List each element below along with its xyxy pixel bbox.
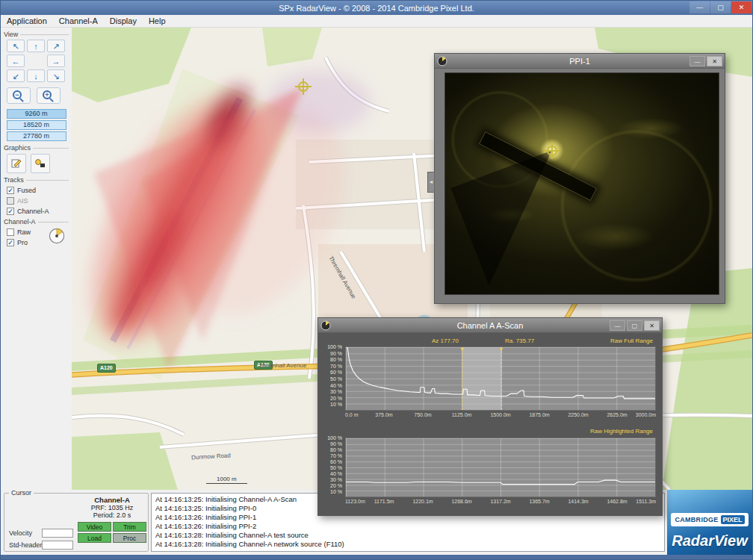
ppi-display[interactable] [444,72,719,295]
graphics-group-label: Graphics [4,144,69,152]
menu-application[interactable]: Application [1,16,53,26]
pan-down-button[interactable]: ↓ [27,69,45,82]
pan-up-left-button[interactable]: ↖ [7,40,25,52]
radar-position-marker-icon [298,81,309,92]
track-toggle-channel-a[interactable]: ✓ Channel-A [7,208,72,215]
menu-bar: Application Channel-A Display Help [1,15,752,28]
tick-label: 1123.0m [345,499,365,504]
pan-controls: ↖ ↑ ↗ ← → ↙ ↓ ↘ [7,40,72,82]
zoom-controls: − + [7,87,72,104]
channel-status-proc[interactable]: Proc [113,533,146,543]
ppi-collapse-handle[interactable]: ◄ [427,172,435,193]
channel-prf: PRF: 1035 Hz [76,504,148,511]
graphics-shapes-button[interactable] [31,154,50,173]
zoom-out-button[interactable]: − [7,87,31,104]
ascan-titlebar[interactable]: Channel A A-Scan — ▢ ✕ [318,318,662,333]
brand-company-text: CAMBRIDGE [675,516,718,523]
pan-down-right-button[interactable]: ↘ [47,69,65,82]
close-button[interactable]: ✕ [731,1,752,13]
std-header-label: Std-header [9,541,43,549]
ppi-minimize-button[interactable]: — [690,56,705,66]
ascan-azimuth-readout: Az 177.70 [393,337,459,345]
tick-label: 30 % [318,477,342,482]
ascan-minimize-button[interactable]: — [610,320,625,331]
tick-label: 90 % [318,441,342,447]
channel-a-checkbox[interactable]: ✓ [7,208,14,215]
pan-down-left-button[interactable]: ↙ [7,69,25,82]
window-controls: — ▢ ✕ [689,1,752,13]
pan-right-button[interactable]: → [47,55,65,67]
tick-label: 1125.0m [452,412,472,417]
tick-label: 100 % [318,344,342,349]
pan-left-button[interactable]: ← [7,55,25,67]
channel-group-label: Channel-A [4,218,69,225]
tick-label: 60 % [318,459,342,464]
pro-checkbox[interactable]: ✓ [7,239,14,246]
fused-checkbox[interactable]: ✓ [7,187,14,194]
menu-help[interactable]: Help [143,16,172,26]
tick-label: 750.0m [414,412,431,417]
cursor-panel-label: Cursor [9,489,34,497]
ascan-bottom-plot[interactable] [345,438,656,497]
tick-label: 1268.6m [451,499,471,504]
pan-up-button[interactable]: ↑ [27,40,45,52]
tick-label: 30 % [318,389,342,394]
radar-antenna-icon [48,227,66,246]
range-scale-2[interactable]: 18520 m [7,120,66,130]
raw-checkbox[interactable] [7,228,14,236]
log-line: At 14:16:13:28: Initialising Channel-A t… [155,531,660,540]
minimize-button[interactable]: — [690,1,710,13]
tick-label: 70 % [318,364,342,369]
ascan-top-x-axis: 0.0 m375.0m750.0m1125.0m1500.0m1875.0m22… [345,412,656,420]
ascan-maximize-button[interactable]: ▢ [627,320,642,331]
ais-checkbox[interactable] [7,197,14,205]
window-bottom-border [1,555,753,560]
tick-label: 10 % [318,489,342,494]
tick-label: 40 % [318,382,342,388]
app-window: SPx RadarView - © 2008 - 2014 Cambridge … [0,0,753,560]
channel-info-panel: Channel-A PRF: 1035 Hz Period: 2.0 s Vid… [76,495,148,543]
ppi-window-icon [437,56,447,68]
range-scale-3[interactable]: 27780 m [7,131,66,141]
range-scale-1[interactable]: 9260 m [7,109,66,119]
channel-status-cells: VideoTrimLoadProc [78,522,148,543]
ascan-top-plot[interactable]: ▼ ▼ [345,346,656,411]
ascan-top-chart-title: Raw Full Range [610,337,653,345]
zoom-out-icon: − [13,90,22,99]
ascan-window-icon [320,320,331,332]
ascan-top-trace [346,347,655,410]
channel-a-label: Channel-A [17,208,49,215]
channel-status-video[interactable]: Video [78,522,111,532]
tick-label: 80 % [318,447,342,452]
track-toggle-ais[interactable]: AIS [7,197,72,205]
tick-label: 1414.3m [568,499,588,504]
channel-status-trim[interactable]: Trim [113,522,146,532]
tick-label: 50 % [318,376,342,382]
tick-label: 1462.8m [607,499,627,504]
zoom-in-button[interactable]: + [37,87,61,104]
ascan-close-button[interactable]: ✕ [644,320,660,331]
track-toggle-fused[interactable]: ✓ Fused [7,187,72,194]
maximize-button[interactable]: ▢ [710,1,731,13]
menu-display[interactable]: Display [104,16,143,26]
ascan-range-readout: Ra. 735.77 [505,337,572,345]
log-line: At 14:16:13:28: Initialising Channel-A n… [155,540,660,549]
ascan-bottom-trace [346,438,655,497]
channel-period: Period: 2.0 s [76,511,148,519]
cursor-panel: Cursor Velocity Std-header Channel-A PRF… [4,493,149,552]
menu-channel-a[interactable]: Channel-A [53,16,104,26]
ppi-titlebar[interactable]: PPI-1 — ✕ [435,54,725,69]
channel-status-load[interactable]: Load [78,533,111,543]
pencil-icon [10,158,22,169]
graphics-symbols-button[interactable] [7,154,26,173]
tick-label: 80 % [318,357,342,362]
tick-label: 2250.0m [568,412,588,417]
ppi-close-button[interactable]: ✕ [707,56,722,66]
ascan-window: Channel A A-Scan — ▢ ✕ Az 177.70 Ra. 735… [317,317,663,516]
tick-label: 375.0m [375,412,392,417]
brand-product-name: RadarView [672,532,748,550]
velocity-label: Velocity [9,529,32,537]
ascan-top-y-axis: 100 %90 %80 %70 %60 %50 %40 %30 %20 %10 … [320,346,344,411]
pan-up-right-button[interactable]: ↗ [47,40,65,52]
ais-label: AIS [17,197,28,205]
